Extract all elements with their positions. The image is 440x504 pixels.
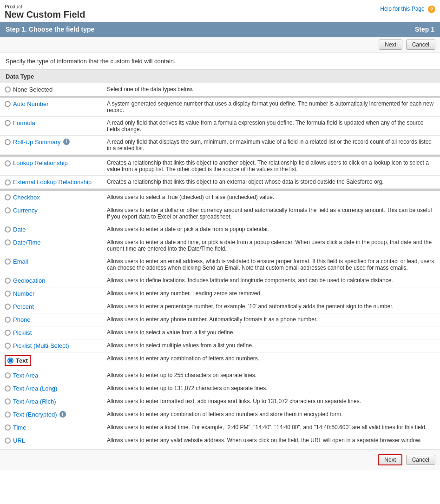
field-label[interactable]: Text [16, 357, 28, 364]
field-label[interactable]: Picklist (Multi-Select) [13, 342, 69, 349]
table-row: URLAllows users to enter any valid websi… [0, 434, 440, 447]
field-label[interactable]: Text Area (Long) [13, 385, 57, 392]
radio-button[interactable] [5, 160, 11, 166]
field-description: Allows users to enter up to 131,072 char… [102, 382, 440, 395]
field-description: Allows users to enter up to 255 characte… [102, 369, 440, 382]
field-label[interactable]: Number [13, 290, 34, 297]
radio-button[interactable] [5, 278, 11, 284]
field-label[interactable]: Currency [13, 207, 38, 214]
field-label[interactable]: Picklist [13, 329, 32, 336]
field-label[interactable]: Lookup Relationship [13, 159, 68, 166]
field-label-cell: Date [0, 223, 102, 236]
field-label[interactable]: Roll-Up Summary [13, 139, 61, 146]
page-title: New Custom Field [5, 9, 435, 20]
radio-button[interactable] [5, 86, 11, 93]
field-table: None SelectedSelect one of the data type… [0, 83, 440, 447]
info-icon[interactable]: i [59, 411, 66, 418]
table-row: Picklist (Multi-Select)Allows users to s… [0, 339, 440, 352]
field-description: Allows users to enter any phone number. … [102, 313, 440, 326]
field-label[interactable]: Email [13, 258, 28, 265]
field-label[interactable]: Text Area [13, 372, 38, 379]
cancel-button-top[interactable]: Cancel [406, 40, 435, 50]
field-label-cell: Text Area [0, 369, 102, 382]
radio-button[interactable] [5, 343, 11, 349]
table-row: PhoneAllows users to enter any phone num… [0, 313, 440, 326]
field-label[interactable]: None Selected [13, 86, 53, 93]
radio-button[interactable] [5, 207, 11, 213]
table-row: None SelectedSelect one of the data type… [0, 83, 440, 96]
radio-button[interactable] [7, 358, 13, 364]
field-label[interactable]: External Lookup Relationship [13, 179, 92, 186]
field-label[interactable]: Time [13, 424, 26, 431]
field-label[interactable]: Phone [13, 316, 31, 323]
field-description: Allows users to select a True (checked) … [102, 191, 440, 204]
field-label[interactable]: Checkbox [13, 194, 40, 201]
radio-button[interactable] [5, 304, 11, 310]
field-label-cell: Picklist [0, 326, 102, 339]
field-description: Allows users to enter a date or pick a d… [102, 223, 440, 236]
table-row: EmailAllows users to enter an email addr… [0, 255, 440, 274]
radio-button[interactable] [5, 411, 11, 418]
radio-button[interactable] [5, 317, 11, 323]
field-label[interactable]: Auto Number [13, 100, 49, 107]
field-label[interactable]: Text Area (Rich) [13, 398, 56, 405]
product-label: Product [5, 4, 435, 9]
next-button-bottom[interactable]: Next [378, 454, 402, 465]
table-row: FormulaA read-only field that derives it… [0, 116, 440, 135]
radio-button[interactable] [5, 239, 11, 245]
help-text: Help for this Page [380, 6, 424, 12]
selected-radio-box[interactable]: Text [5, 355, 31, 366]
step-bar-label: Step 1 [415, 26, 434, 33]
radio-button[interactable] [5, 398, 11, 405]
field-description: Allows users to enter a percentage numbe… [102, 300, 440, 313]
table-row: CurrencyAllows users to enter a dollar o… [0, 204, 440, 223]
table-row: GeolocationAllows users to define locati… [0, 274, 440, 287]
radio-button[interactable] [5, 139, 11, 145]
field-label-cell: External Lookup Relationship [0, 176, 102, 189]
radio-button[interactable] [5, 372, 11, 378]
radio-button[interactable] [5, 179, 11, 186]
radio-button[interactable] [5, 330, 11, 336]
table-row: Text (Encrypted)iAllows users to enter a… [0, 408, 440, 421]
table-row: CheckboxAllows users to select a True (c… [0, 191, 440, 204]
field-label[interactable]: Text (Encrypted) [13, 411, 57, 418]
data-type-header: Data Type [0, 70, 440, 83]
field-description: Creates a relationship that links this o… [102, 156, 440, 176]
cancel-button-bottom[interactable]: Cancel [406, 455, 435, 465]
table-row: PercentAllows users to enter a percentag… [0, 300, 440, 313]
help-icon: ? [428, 6, 435, 13]
field-label[interactable]: Geolocation [13, 277, 45, 284]
radio-button[interactable] [5, 291, 11, 297]
radio-button[interactable] [5, 438, 11, 444]
radio-button[interactable] [5, 120, 11, 126]
field-label-cell: Geolocation [0, 274, 102, 287]
radio-button[interactable] [5, 101, 11, 107]
field-description: Allows users to select multiple values f… [102, 339, 440, 352]
radio-button[interactable] [5, 385, 11, 391]
field-label-cell: Checkbox [0, 191, 102, 204]
radio-button[interactable] [5, 226, 11, 232]
field-label-cell: Picklist (Multi-Select) [0, 339, 102, 352]
next-button-top[interactable]: Next [379, 40, 402, 50]
field-label-cell: Text Area (Rich) [0, 395, 102, 408]
field-description: Allows users to enter any combination of… [102, 352, 440, 369]
field-label[interactable]: Percent [13, 303, 34, 310]
step-bar: Step 1. Choose the field type Step 1 [0, 22, 440, 37]
table-row: Text AreaAllows users to enter up to 255… [0, 369, 440, 382]
field-description: A read-only field that derives its value… [102, 116, 440, 135]
field-label-cell: Lookup Relationship [0, 156, 102, 176]
field-label-cell: Percent [0, 300, 102, 313]
bottom-toolbar: Next Cancel [0, 449, 440, 470]
help-link[interactable]: Help for this Page ? [380, 4, 435, 13]
radio-button[interactable] [5, 194, 11, 200]
radio-button[interactable] [5, 424, 11, 431]
field-label[interactable]: Date/Time [13, 239, 40, 246]
info-icon[interactable]: i [63, 139, 70, 145]
field-description: Allows users to select a value from a li… [102, 326, 440, 339]
field-label[interactable]: Formula [13, 119, 35, 126]
radio-button[interactable] [5, 259, 11, 265]
field-label-cell: Text (Encrypted)i [0, 408, 102, 421]
table-row: External Lookup RelationshipCreates a re… [0, 176, 440, 189]
field-label[interactable]: URL [13, 437, 25, 444]
field-label[interactable]: Date [13, 226, 26, 233]
